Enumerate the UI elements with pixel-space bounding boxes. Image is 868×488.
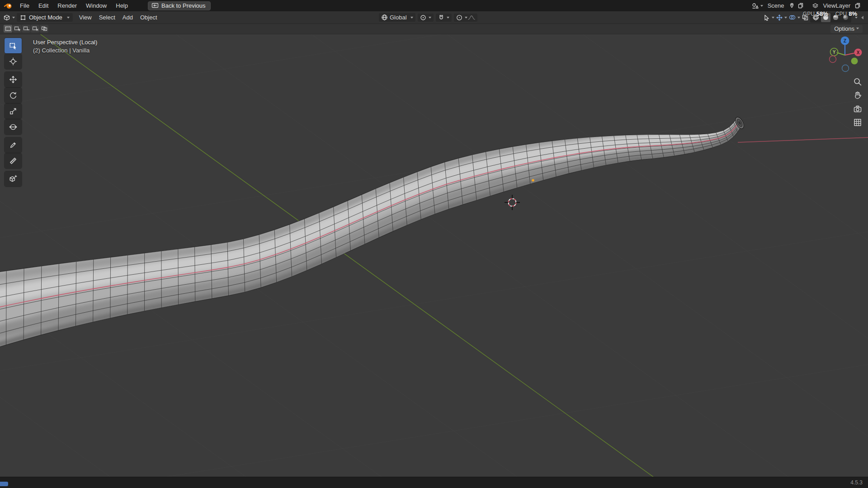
viewport-background [0,0,868,488]
gizmo-toggle-icon [776,14,783,21]
cpu-value: 8% [849,10,857,17]
show-overlays-toggle[interactable] [789,14,800,20]
gizmo-z-label: Z [844,38,847,43]
options-label: Options [834,25,854,32]
viewlayer-button[interactable] [811,3,820,9]
pivot-point-icon [420,14,426,21]
pin-scene-button[interactable] [788,3,796,9]
add-cube-icon [9,175,17,183]
menu-view[interactable]: View [75,11,95,23]
gizmo-z-neg-axis[interactable] [842,65,849,72]
ortho-grid-icon [853,117,863,127]
orientation-dropdown[interactable]: Global [379,13,415,22]
chevron-down-icon [856,28,859,29]
proportional-editing-icon [456,14,462,21]
select-mode-subtract-button[interactable] [22,25,30,33]
gizmo-x-label: X [857,50,860,55]
cursor-arrow-icon [764,14,770,21]
select-mode-group [4,25,48,33]
tool-move[interactable] [5,72,22,87]
select-mode-intersect-button[interactable] [40,25,48,33]
toggle-orthographic-button[interactable] [852,117,863,128]
blender-logo-icon[interactable] [4,2,13,9]
mode-label: Object Mode [29,14,62,21]
back-to-previous-button[interactable]: Back to Previous [148,1,211,10]
copy-icon [798,3,804,9]
proportional-editing-controls[interactable] [454,14,477,22]
viewport-header: Object Mode View Select Add Object Globa… [0,11,868,24]
hand-icon [853,90,863,100]
chevron-down-icon [410,17,413,19]
gpu-label: GPU [803,11,815,17]
camera-view-button[interactable] [852,103,863,115]
chevron-down-icon [465,17,467,19]
menu-help[interactable]: Help [111,0,132,11]
status-progress-chip [0,482,8,486]
menu-render[interactable]: Render [53,0,81,11]
viewport-nav-buttons [852,76,863,128]
tool-annotate[interactable] [5,137,22,153]
rotate-icon [9,91,17,99]
cpu-label: CPU [835,11,847,17]
tool-cursor[interactable] [5,54,22,69]
gpu-value: 58% [816,10,828,17]
back-button-label: Back to Previous [161,2,206,9]
tool-settings-bar: Options [0,23,868,34]
move-icon [9,75,17,84]
overlays-icon [789,14,796,20]
pan-button[interactable] [852,89,863,101]
editor-type-button[interactable] [3,14,15,21]
zoom-button[interactable] [852,76,863,88]
tool-transform[interactable] [5,119,22,135]
status-bar: 4.5.3 [0,477,868,488]
navigation-gizmo[interactable]: Z Y X [823,33,867,77]
back-icon [151,2,159,9]
menu-window[interactable]: Window [81,0,111,11]
topbar: File Edit Render Window Help Back to Pre… [0,0,868,11]
chevron-down-icon [429,17,431,19]
viewport-3d[interactable] [0,0,868,488]
chevron-down-icon [772,17,774,19]
menu-edit[interactable]: Edit [34,0,53,11]
chevron-down-icon [760,5,763,7]
object-origin-dot [532,179,534,182]
orientation-label: Global [388,14,408,21]
menu-object[interactable]: Object [137,11,161,23]
menu-file[interactable]: File [15,0,34,11]
magnet-icon [438,14,444,21]
render-stats: GPU58% CPU8% [803,9,857,18]
select-mode-extend-button[interactable] [13,25,21,33]
region-collapse-icon[interactable] [861,16,863,19]
mode-dropdown[interactable]: Object Mode [17,13,73,22]
scene-name[interactable]: Scene [765,2,787,9]
scene-browse-button[interactable] [751,3,764,9]
options-dropdown[interactable]: Options [830,25,863,33]
snap-controls[interactable] [436,14,452,22]
new-scene-button[interactable] [797,3,805,9]
header-center-controls: Global [379,11,477,23]
measure-ruler-icon [9,157,17,165]
select-mode-invert-button[interactable] [31,25,39,33]
tool-select-box[interactable] [5,38,22,53]
menu-select[interactable]: Select [95,11,119,23]
menu-add[interactable]: Add [119,11,137,23]
pivot-point-dropdown[interactable] [418,14,434,22]
tool-scale[interactable] [5,103,22,119]
viewlayer-name[interactable]: ViewLayer [821,2,853,9]
new-viewlayer-button[interactable] [854,3,862,9]
viewlayer-icon [812,3,819,9]
tool-measure[interactable] [5,153,22,169]
editor-3d-viewport-icon [3,14,10,21]
tool-rotate[interactable] [5,88,22,103]
select-mode-set-button[interactable] [4,25,12,33]
gizmo-y-label: Y [833,50,836,55]
tool-add-cube[interactable] [5,171,22,187]
gizmo-x-neg-axis[interactable] [830,56,836,63]
show-gizmo-toggle[interactable] [776,14,787,21]
active-object-text: (2) Collection | Vanilla [33,47,97,55]
object-mode-icon [20,14,26,21]
select-tool-visibility-button[interactable] [764,14,774,21]
viewport-overlay-text: User Perspective (Local) (2) Collection … [33,38,97,55]
zoom-icon [853,77,863,87]
gizmo-y-neg-axis[interactable] [851,58,858,65]
